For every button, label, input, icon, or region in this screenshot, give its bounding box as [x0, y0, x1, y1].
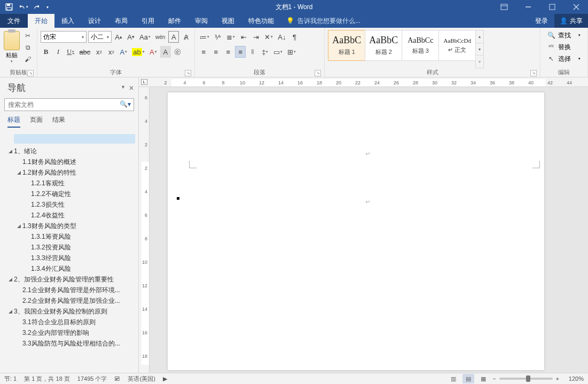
status-words[interactable]: 17495 个字: [77, 375, 107, 383]
align-center-button[interactable]: ≡: [210, 46, 221, 58]
tab-邮件[interactable]: 邮件: [161, 14, 188, 28]
tab-视图[interactable]: 视图: [215, 14, 241, 28]
view-web-layout[interactable]: ▦: [477, 374, 489, 383]
phonetic-guide-button[interactable]: wén: [154, 31, 167, 43]
style-↵ 正文[interactable]: AaBbCcDd↵ 正文: [438, 30, 476, 61]
tab-引用[interactable]: 引用: [135, 14, 161, 28]
distributed-button[interactable]: ⫴: [247, 46, 258, 58]
clear-formatting-button[interactable]: A̷: [181, 31, 191, 43]
search-icon[interactable]: 🔍▾: [120, 100, 131, 108]
text-effects-button[interactable]: A▾: [118, 46, 129, 58]
tree-item[interactable]: 3.2企业内部管理的影响: [3, 327, 135, 338]
change-case-button[interactable]: Aa▾: [138, 31, 152, 43]
close-button[interactable]: [564, 0, 588, 14]
increase-indent-button[interactable]: ⇥: [250, 31, 261, 43]
font-launcher[interactable]: ↘: [185, 70, 191, 76]
replace-button[interactable]: ᵃᵇ替换: [546, 42, 582, 52]
select-button[interactable]: ↖选择▾: [546, 53, 582, 64]
tree-item[interactable]: ◢2、加强企业财务风险管理的重要性: [3, 274, 135, 285]
tab-开始[interactable]: 开始: [28, 14, 54, 28]
tree-item[interactable]: 1.3.4外汇风险: [3, 263, 135, 274]
styles-gallery-more[interactable]: ▴▾▿: [475, 30, 484, 68]
tree-item[interactable]: ◢1.3财务风险的类型: [3, 221, 135, 231]
view-read-mode[interactable]: ▥: [448, 374, 459, 383]
zoom-level[interactable]: 120%: [562, 375, 584, 382]
tab-布局[interactable]: 布局: [108, 14, 135, 28]
undo-button[interactable]: ▾: [16, 0, 30, 14]
tab-file[interactable]: 文件: [0, 14, 28, 28]
tree-item[interactable]: 2.2企业财务风险管理是加强企业...: [3, 295, 135, 306]
style-标题 2[interactable]: AaBbC标题 2: [365, 30, 402, 61]
login-button[interactable]: 登录: [529, 14, 554, 28]
tree-item[interactable]: 1.1财务风险的概述: [3, 156, 135, 167]
minimize-button[interactable]: [516, 0, 540, 14]
clipboard-launcher[interactable]: ↘: [27, 70, 34, 76]
tree-item[interactable]: 1.3.2投资风险: [3, 242, 135, 253]
document-canvas[interactable]: ↵ ↵: [150, 87, 588, 373]
tree-item[interactable]: ◢1.2财务风险的特性: [3, 167, 135, 178]
decrease-indent-button[interactable]: ⇤: [238, 31, 249, 43]
show-marks-button[interactable]: ¶: [289, 31, 300, 43]
font-color-button[interactable]: A▾: [148, 46, 159, 58]
multilevel-list-button[interactable]: ≣▾: [225, 31, 237, 43]
asian-layout-button[interactable]: ✕▾: [263, 31, 275, 43]
justify-button[interactable]: ≡: [235, 46, 246, 58]
zoom-thumb[interactable]: [526, 375, 530, 382]
highlight-button[interactable]: ab▾: [130, 46, 146, 58]
horizontal-ruler[interactable]: L 24681012141618202224262830323436384042…: [139, 77, 588, 87]
tree-item[interactable]: ◢1、绪论: [3, 146, 135, 156]
underline-button[interactable]: U▾: [65, 46, 76, 58]
zoom-slider[interactable]: [499, 378, 553, 380]
page[interactable]: ↵ ↵: [168, 92, 544, 370]
status-section[interactable]: 节: 1: [4, 375, 17, 383]
tab-设计[interactable]: 设计: [81, 14, 108, 28]
nav-close-icon[interactable]: ✕: [129, 84, 134, 92]
nav-tab-页面[interactable]: 页面: [30, 115, 43, 128]
tree-item[interactable]: 1.3.1筹资风险: [3, 231, 135, 242]
save-button[interactable]: [2, 0, 16, 14]
tree-item[interactable]: 1.2.3损失性: [3, 199, 135, 210]
view-print-layout[interactable]: ▤: [462, 374, 474, 383]
tab-selector[interactable]: L: [141, 79, 147, 85]
subscript-button[interactable]: x2: [93, 46, 104, 58]
italic-button[interactable]: I: [53, 46, 64, 58]
zoom-in-button[interactable]: +: [556, 375, 559, 382]
font-name-combo[interactable]: 仿宋▾: [41, 31, 87, 43]
styles-launcher[interactable]: ↘: [530, 70, 537, 76]
sort-button[interactable]: A↓: [276, 31, 287, 43]
enclose-characters-button[interactable]: ㊭: [173, 46, 183, 58]
character-shading-button[interactable]: A: [160, 46, 171, 58]
ribbon-display-options[interactable]: [492, 0, 516, 14]
bold-button[interactable]: B: [41, 46, 51, 58]
borders-button[interactable]: ⊞▾: [286, 46, 297, 58]
character-border-button[interactable]: A: [168, 31, 179, 43]
tree-item[interactable]: 1.2.4收益性: [3, 210, 135, 221]
redo-button[interactable]: [30, 0, 44, 14]
tree-item[interactable]: 1.3.3经营风险: [3, 253, 135, 263]
align-left-button[interactable]: ≡: [198, 46, 209, 58]
status-page[interactable]: 第 1 页，共 18 页: [24, 375, 70, 383]
line-spacing-button[interactable]: ‡▾: [260, 46, 270, 58]
tell-me-search[interactable]: 💡 告诉我您想要做什么...: [281, 14, 366, 28]
style-标题 1[interactable]: AaBbC标题 1: [328, 30, 365, 61]
zoom-out-button[interactable]: −: [492, 375, 496, 382]
nav-tab-标题[interactable]: 标题: [7, 115, 20, 128]
tree-item[interactable]: 1.2.1客观性: [3, 178, 135, 189]
numbering-button[interactable]: ⅟▾: [213, 31, 223, 43]
tree-item[interactable]: 3.3风险防范与风险处理相结合的...: [3, 338, 135, 349]
nav-dropdown-icon[interactable]: ▼: [121, 84, 126, 92]
paragraph-launcher[interactable]: ↘: [315, 70, 321, 76]
nav-tab-结果[interactable]: 结果: [52, 115, 65, 128]
shrink-font-button[interactable]: A▾: [126, 31, 136, 43]
grow-font-button[interactable]: A▴: [113, 31, 124, 43]
tree-item[interactable]: 3.1符合企业总目标的原则: [3, 317, 135, 327]
copy-button[interactable]: ⧉: [23, 43, 33, 52]
align-right-button[interactable]: ≡: [223, 46, 233, 58]
paste-button[interactable]: 粘贴 ▾: [3, 29, 20, 64]
shading-button[interactable]: ▭▾: [272, 46, 284, 58]
vertical-ruler[interactable]: 64224681012141618: [139, 87, 150, 373]
tab-审阅[interactable]: 审阅: [188, 14, 215, 28]
tree-item[interactable]: ◢3、我国企业财务风险控制的原则: [3, 306, 135, 317]
find-button[interactable]: 🔍查找▾: [546, 30, 582, 41]
format-painter-button[interactable]: 🖌: [23, 54, 33, 64]
